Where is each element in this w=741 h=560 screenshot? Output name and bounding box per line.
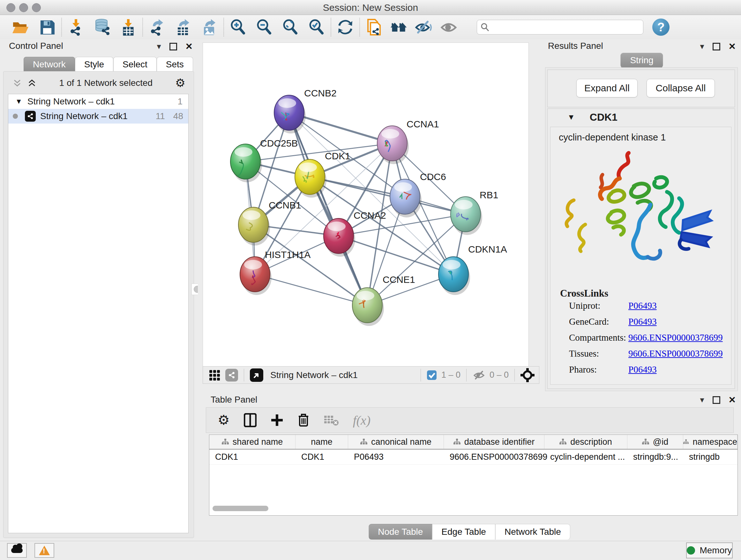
crosslink-link[interactable]: P06493 [628, 364, 657, 375]
crosslink-row: Uniprot:P06493 [569, 300, 731, 311]
edge-CDK1-RB1[interactable] [310, 177, 466, 214]
refresh-icon[interactable] [336, 18, 354, 36]
network-type-share-icon[interactable] [225, 369, 238, 381]
panel-close-icon[interactable]: ✕ [729, 41, 736, 52]
column-header-canonical-name[interactable]: canonical name [348, 435, 444, 449]
warnings-button[interactable] [35, 543, 54, 558]
help-button[interactable]: ? [652, 18, 670, 36]
tab-sets[interactable]: Sets [157, 57, 193, 72]
toolbar-search-field[interactable] [477, 20, 643, 35]
panel-menu-caret-icon[interactable]: ▾ [700, 42, 704, 51]
node-HIST1H1A[interactable]: HIST1H1A [240, 249, 311, 295]
cell-canonical-name[interactable]: P06493 [348, 449, 444, 464]
export-table-icon[interactable] [174, 18, 192, 36]
panel-close-icon[interactable]: ✕ [185, 41, 193, 52]
selected-checkbox-icon[interactable] [427, 370, 437, 380]
node-CDKN1A[interactable]: CDKN1A [439, 244, 507, 295]
edge-HIST1H1A-CCNE1[interactable] [255, 274, 367, 305]
search-input[interactable] [490, 22, 640, 33]
node-CDC25B[interactable]: CDC25B [230, 138, 298, 182]
open-in-new-window-icon[interactable] [250, 368, 263, 382]
tab-string[interactable]: String [620, 53, 663, 68]
crosslink-link[interactable]: P06493 [628, 300, 657, 311]
tab-network-table[interactable]: Network Table [495, 524, 570, 540]
save-session-icon[interactable] [38, 18, 56, 36]
control-panel: Control Panel ▾ ✕ NetworkStyleSelectSets… [0, 39, 199, 541]
crosslink-link[interactable]: 9606.ENSP00000378699 [628, 332, 723, 343]
cell-namespace[interactable]: stringdb [683, 449, 738, 464]
hide-panel-eye-icon[interactable] [415, 18, 433, 36]
crosslink-row: Compartments:9606.ENSP00000378699 [569, 332, 731, 343]
horizontal-scrollbar-thumb[interactable] [212, 506, 268, 511]
cell-database-identifier[interactable]: 9606.ENSP00000378699 [444, 449, 544, 464]
panel-close-icon[interactable]: ✕ [729, 395, 736, 405]
node-CCNA1[interactable]: CCNA1 [377, 119, 439, 164]
table-options-gear-icon[interactable]: ⚙ [218, 414, 230, 427]
entry-collapse-caret-icon[interactable]: ▼ [567, 113, 575, 122]
expand-all-button[interactable]: Expand All [576, 79, 637, 98]
expand-all-chevrons-icon[interactable] [27, 78, 37, 88]
network-canvas[interactable]: CCNB2CCNA1CDC25BCDK1CDC6RB1CCNB1CCNA2CDK… [203, 43, 529, 367]
node-CCNB1[interactable]: CCNB1 [239, 200, 301, 246]
export-network-icon[interactable] [148, 18, 166, 36]
import-network-file-icon[interactable] [67, 18, 85, 36]
column-header-name[interactable]: name [295, 435, 348, 449]
show-columns-icon[interactable] [244, 413, 257, 427]
column-header-id[interactable]: @id [627, 435, 683, 449]
memory-button[interactable]: Memory [686, 543, 733, 558]
node-CCNB2[interactable]: CCNB2 [274, 88, 337, 133]
zoom-selected-icon[interactable] [308, 18, 326, 36]
cloud-status-button[interactable] [7, 543, 27, 558]
fit-content-crosshair-icon[interactable] [521, 368, 535, 382]
panel-float-icon[interactable] [713, 396, 720, 404]
tab-node-table[interactable]: Node Table [368, 524, 432, 540]
delete-column-trash-icon[interactable] [297, 413, 310, 427]
zoom-fit-icon[interactable] [281, 18, 299, 36]
crosslink-label: Pharos: [569, 364, 628, 375]
tab-style[interactable]: Style [75, 57, 113, 72]
tab-network[interactable]: Network [23, 57, 75, 72]
add-column-plus-icon[interactable] [271, 414, 283, 427]
duplicate-network-icon[interactable] [365, 18, 383, 36]
panel-float-icon[interactable] [713, 43, 720, 51]
node-CCNE1[interactable]: CCNE1 [352, 274, 415, 326]
export-image-icon[interactable] [200, 18, 218, 36]
column-header-namespace[interactable]: namespace [683, 435, 738, 449]
delete-table-icon[interactable] [324, 415, 339, 426]
toolbar-separator [223, 18, 224, 37]
crosslinks-heading: CrossLinks [560, 288, 731, 299]
cell-description[interactable]: cyclin-dependent ... [544, 449, 627, 464]
cell-shared-name[interactable]: CDK1 [209, 449, 295, 464]
node-RB1[interactable]: RB1 [451, 190, 498, 235]
crosslink-link[interactable]: P06493 [628, 316, 657, 327]
memory-ok-dot-icon [687, 546, 695, 555]
import-network-database-icon[interactable] [93, 18, 111, 36]
panel-float-icon[interactable] [170, 43, 177, 51]
collapse-all-chevrons-icon[interactable] [12, 78, 22, 88]
network-options-gear-icon[interactable]: ⚙ [175, 77, 185, 89]
home-legacy-icon[interactable] [390, 18, 408, 36]
tab-edge-table[interactable]: Edge Table [432, 524, 495, 540]
open-session-icon[interactable] [11, 18, 29, 36]
column-header-database-identifier[interactable]: database identifier [444, 435, 544, 449]
panel-menu-caret-icon[interactable]: ▾ [700, 395, 704, 405]
zoom-out-icon[interactable] [255, 18, 273, 36]
function-builder-icon[interactable]: f(x) [353, 413, 371, 428]
zoom-in-icon[interactable] [229, 18, 247, 36]
network-collection-row[interactable]: ▼ String Network – cdk1 1 [8, 94, 188, 109]
tab-select[interactable]: Select [113, 57, 157, 72]
node-CDC6[interactable]: CDC6 [390, 172, 446, 217]
panel-menu-caret-icon[interactable]: ▾ [157, 42, 161, 51]
import-table-file-icon[interactable] [119, 18, 137, 36]
cell-name[interactable]: CDK1 [295, 449, 348, 464]
collapse-all-button[interactable]: Collapse All [647, 79, 715, 98]
cell-id[interactable]: stringdb:9... [627, 449, 683, 464]
crosslink-link[interactable]: 9606.ENSP00000378699 [628, 348, 723, 359]
show-panel-eye-icon[interactable] [440, 18, 458, 36]
network-row-selected[interactable]: String Network – cdk1 11 48 [8, 109, 188, 124]
column-header-description[interactable]: description [544, 435, 627, 449]
column-header-shared-name[interactable]: shared name [209, 435, 295, 449]
table-row[interactable]: CDK1CDK1P064939606.ENSP00000378699cyclin… [209, 449, 738, 464]
collection-expand-caret-icon[interactable]: ▼ [15, 98, 22, 106]
birds-eye-grid-icon[interactable] [209, 369, 220, 381]
